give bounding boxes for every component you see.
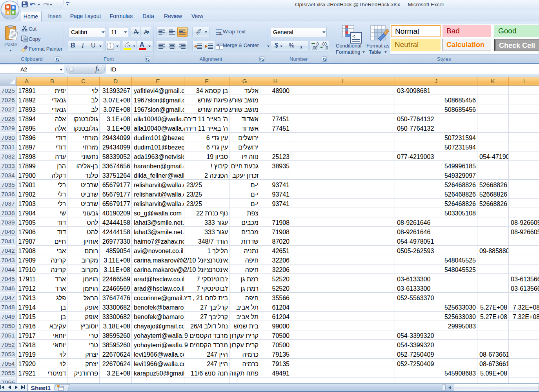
svg-text:a: a	[217, 43, 219, 47]
svg-text:.0: .0	[325, 46, 328, 50]
svg-text:<=: <=	[352, 33, 358, 39]
svg-text:.00: .00	[312, 46, 317, 50]
